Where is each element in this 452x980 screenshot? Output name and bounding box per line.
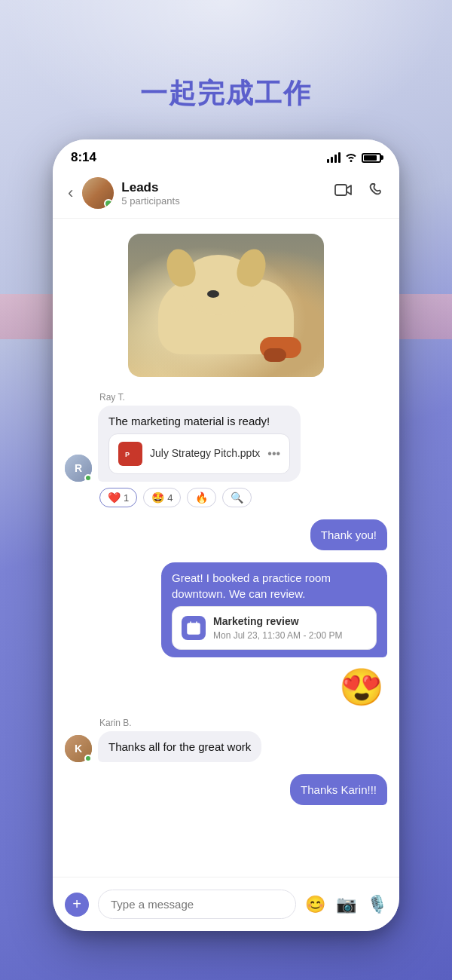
sender-name-ray: Ray T. xyxy=(99,392,387,403)
reaction-star[interactable]: 🤩 4 xyxy=(143,488,181,507)
video-call-icon[interactable] xyxy=(334,182,353,204)
ray-message-text: The marketing material is ready! xyxy=(108,413,290,429)
sender-name-karin: Karin B. xyxy=(99,718,387,728)
calendar-event[interactable]: Marketing review Mon Jul 23, 11:30 AM - … xyxy=(172,606,377,650)
message-row-thankyou: Thank you! xyxy=(65,519,387,550)
chat-participants: 5 participants xyxy=(121,195,334,207)
message-row-ray: R The marketing material is ready! P xyxy=(65,406,387,482)
phone-mockup: 8:14 ‹ Leads 5 participants xyxy=(53,139,399,931)
file-attachment[interactable]: P July Strategy Pitch.pptx ••• xyxy=(108,433,290,474)
file-name: July Strategy Pitch.pptx xyxy=(150,446,260,461)
reaction-fire[interactable]: 🔥 xyxy=(187,488,216,507)
message-row-practice: Great! I booked a practice room downtown… xyxy=(65,562,387,657)
reaction-fire-emoji: 🔥 xyxy=(195,492,208,504)
svg-rect-4 xyxy=(190,629,192,630)
avatar-ray: R xyxy=(65,455,92,482)
reaction-star-count: 4 xyxy=(167,492,173,504)
chat-info: Leads 5 participants xyxy=(121,180,334,207)
reaction-search-emoji: 🔍 xyxy=(231,492,243,504)
practice-text: Great! I booked a practice room downtown… xyxy=(172,570,377,602)
calendar-info: Marketing review Mon Jul 23, 11:30 AM - … xyxy=(213,614,367,642)
calendar-icon xyxy=(182,616,206,640)
message-input[interactable] xyxy=(98,890,296,919)
pptx-icon: P xyxy=(118,442,142,466)
dog-image xyxy=(128,234,324,377)
message-group-ray: Ray T. R The marketing material is ready… xyxy=(53,389,399,510)
add-button[interactable]: + xyxy=(65,893,89,917)
reactions-row: ❤️ 1 🤩 4 🔥 🔍 xyxy=(99,488,387,507)
thankyou-text: Thank you! xyxy=(321,528,377,541)
page-title: 一起完成工作 xyxy=(0,75,452,112)
chat-name: Leads xyxy=(121,180,334,195)
dog-image-container xyxy=(53,226,399,389)
header-actions xyxy=(334,182,384,204)
battery-icon xyxy=(362,153,381,163)
wifi-icon xyxy=(345,152,357,164)
calendar-event-time: Mon Jul 23, 11:30 AM - 2:00 PM xyxy=(213,629,367,642)
thankyou-bubble: Thank you! xyxy=(310,519,387,550)
ray-message-bubble: The marketing material is ready! P July … xyxy=(98,406,301,482)
message-group-thankyou: Thank you! xyxy=(53,516,399,553)
input-actions: 😊 📷 🎙️ xyxy=(305,895,387,914)
online-dot-karin xyxy=(84,755,92,762)
group-avatar xyxy=(82,177,114,209)
signal-icon xyxy=(327,152,341,163)
chat-body: Ray T. R The marketing material is ready… xyxy=(53,219,399,869)
message-group-practice: Great! I booked a practice room downtown… xyxy=(53,559,399,660)
camera-icon[interactable]: 📷 xyxy=(336,895,356,914)
file-more-icon[interactable]: ••• xyxy=(267,446,280,462)
emoji-reaction-large: 😍 xyxy=(53,666,399,709)
input-bar: + 😊 📷 🎙️ xyxy=(53,877,399,931)
status-bar: 8:14 xyxy=(53,139,399,171)
online-dot-ray xyxy=(84,474,92,482)
karin-bubble: Thanks all for the great work xyxy=(98,731,261,762)
reaction-heart[interactable]: ❤️ 1 xyxy=(99,488,137,507)
reaction-heart-count: 1 xyxy=(124,492,129,504)
practice-bubble: Great! I booked a practice room downtown… xyxy=(161,562,387,657)
chat-header: ‹ Leads 5 participants xyxy=(53,171,399,219)
reaction-star-emoji: 🤩 xyxy=(151,492,164,504)
reaction-search[interactable]: 🔍 xyxy=(222,488,252,507)
online-indicator xyxy=(104,199,113,208)
svg-rect-0 xyxy=(335,185,347,195)
ray-message-content: The marketing material is ready! P July … xyxy=(98,406,301,482)
svg-text:P: P xyxy=(125,451,130,458)
svg-rect-5 xyxy=(193,629,195,630)
thanks-karin-bubble: Thanks Karin!!! xyxy=(290,774,387,805)
thanks-karin-text: Thanks Karin!!! xyxy=(301,783,377,796)
karin-text: Thanks all for the great work xyxy=(108,740,251,753)
emoji-picker-icon[interactable]: 😊 xyxy=(305,895,325,914)
dog-toy2 xyxy=(264,348,286,362)
avatar-karin: K xyxy=(65,735,92,762)
dog-nose xyxy=(207,290,219,298)
reaction-heart-emoji: ❤️ xyxy=(108,492,121,504)
mic-icon[interactable]: 🎙️ xyxy=(367,895,387,914)
status-icons xyxy=(327,152,381,164)
message-group-thanks-karin: Thanks Karin!!! xyxy=(53,771,399,808)
calendar-event-title: Marketing review xyxy=(213,614,367,629)
phone-call-icon[interactable] xyxy=(368,182,384,204)
status-time: 8:14 xyxy=(71,150,96,165)
message-group-karin: Karin B. K Thanks all for the great work xyxy=(53,715,399,765)
message-row-thanks-karin: Thanks Karin!!! xyxy=(65,774,387,805)
message-row-karin: K Thanks all for the great work xyxy=(65,731,387,762)
back-button[interactable]: ‹ xyxy=(68,183,73,203)
